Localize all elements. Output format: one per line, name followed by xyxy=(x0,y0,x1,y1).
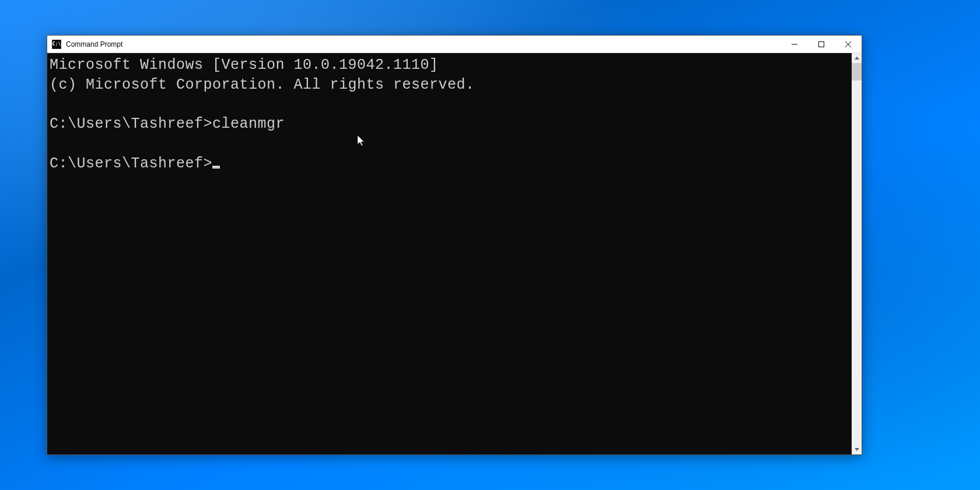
terminal-output[interactable]: Microsoft Windows [Version 10.0.19042.11… xyxy=(47,53,852,454)
close-button[interactable] xyxy=(835,36,862,52)
svg-marker-5 xyxy=(855,448,859,451)
svg-marker-4 xyxy=(855,57,859,60)
window-title: Command Prompt xyxy=(66,40,123,48)
terminal-cursor xyxy=(212,166,220,169)
maximize-icon xyxy=(818,41,824,47)
terminal-command: cleanmgr xyxy=(212,116,285,132)
chevron-up-icon xyxy=(855,57,859,60)
scroll-up-button[interactable] xyxy=(852,53,862,63)
scroll-thumb[interactable] xyxy=(852,63,862,80)
titlebar[interactable]: C:\ Command Prompt xyxy=(47,36,862,53)
scroll-down-button[interactable] xyxy=(852,444,862,454)
terminal-line: (c) Microsoft Corporation. All rights re… xyxy=(50,76,475,93)
titlebar-left: C:\ Command Prompt xyxy=(47,40,123,49)
scroll-track[interactable] xyxy=(852,63,862,444)
window-controls xyxy=(781,36,862,52)
vertical-scrollbar[interactable] xyxy=(852,53,862,454)
close-icon xyxy=(845,41,851,47)
command-prompt-icon: C:\ xyxy=(52,40,61,49)
svg-rect-1 xyxy=(819,41,824,47)
command-prompt-window: C:\ Command Prompt Microsoft Windows [Ve… xyxy=(47,35,862,455)
maximize-button[interactable] xyxy=(808,36,835,52)
minimize-button[interactable] xyxy=(781,36,808,52)
terminal-prompt: C:\Users\Tashreef> xyxy=(50,155,212,172)
terminal-prompt: C:\Users\Tashreef> xyxy=(50,116,212,132)
minimize-icon xyxy=(792,41,797,47)
terminal-body: Microsoft Windows [Version 10.0.19042.11… xyxy=(47,53,862,454)
chevron-down-icon xyxy=(855,448,859,451)
terminal-line: Microsoft Windows [Version 10.0.19042.11… xyxy=(50,57,439,74)
